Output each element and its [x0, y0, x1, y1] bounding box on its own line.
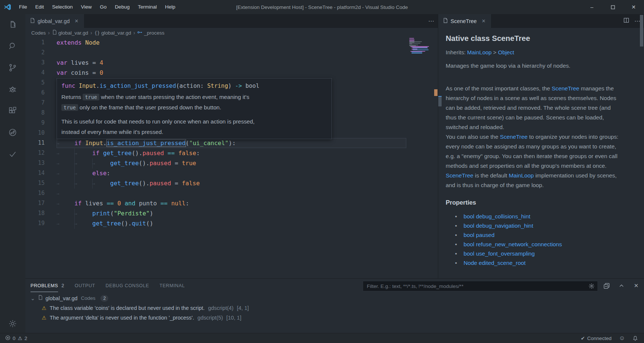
tab-scenetree[interactable]: SceneTree ✕	[438, 14, 491, 28]
line-number[interactable]: 5	[25, 78, 51, 88]
doc-link-mainloop[interactable]: MainLoop	[509, 172, 534, 179]
code-line-4[interactable]: var coins = 0	[57, 68, 406, 78]
code-line-2[interactable]	[57, 48, 406, 58]
source-control-icon[interactable]	[0, 58, 25, 77]
file-icon	[443, 18, 448, 25]
doc-link-mainloop[interactable]: MainLoop	[467, 49, 492, 55]
more-actions-icon[interactable]: ⋯	[428, 17, 434, 25]
problems-file-group[interactable]: ⌄global_var.gdCodes2	[25, 294, 644, 303]
problem-row[interactable]: ⚠The class variable 'coins' is declared …	[25, 303, 644, 313]
symbol-method-icon	[137, 30, 142, 36]
property-link[interactable]: bool debug_collisions_hint	[464, 213, 530, 219]
line-number[interactable]: 12	[25, 148, 51, 158]
menu-item-selection[interactable]: Selection	[48, 0, 77, 14]
testing-icon[interactable]	[0, 144, 25, 164]
problem-row[interactable]: ⚠The argument 'delta' is never used in t…	[25, 313, 644, 323]
more-actions-icon[interactable]: ⋯	[634, 17, 640, 25]
panel-tab-debug-console[interactable]: DEBUG CONSOLE	[106, 279, 149, 293]
smiley-icon[interactable]: ☺	[619, 335, 625, 342]
property-link[interactable]: bool refuse_new_network_connections	[464, 241, 562, 247]
code-line-14[interactable]: →→else:	[57, 168, 406, 178]
line-number[interactable]: 6	[25, 88, 51, 98]
tab-global-var-gd[interactable]: global_var.gd ✕	[25, 14, 84, 28]
breadcrumb-item[interactable]: _process	[137, 30, 164, 36]
line-number[interactable]: 2	[25, 48, 51, 58]
line-number[interactable]: 4	[25, 68, 51, 78]
line-number[interactable]: 14	[25, 168, 51, 178]
minimap[interactable]	[409, 38, 429, 71]
search-icon[interactable]	[0, 36, 25, 56]
breadcrumb-item[interactable]: global_var.gd	[52, 30, 88, 36]
line-number[interactable]: 3	[25, 58, 51, 68]
panel-tab-problems[interactable]: PROBLEMS2	[31, 279, 64, 293]
breadcrumb-item[interactable]: {}global_var.gd	[94, 30, 131, 36]
explorer-icon[interactable]	[0, 15, 25, 34]
line-number[interactable]: 19	[25, 218, 51, 228]
line-number[interactable]: 10	[25, 128, 51, 138]
code-line-13[interactable]: →→→get_tree().paused = true	[57, 158, 406, 168]
line-number[interactable]: 13	[25, 158, 51, 168]
property-link[interactable]: bool paused	[464, 232, 494, 238]
code-line-16[interactable]: →	[57, 188, 406, 198]
tooltip-body: Returns true when the user starts pressi…	[61, 92, 327, 137]
line-number[interactable]: 7	[25, 98, 51, 108]
minimize-button[interactable]: –	[581, 0, 602, 14]
maximize-button[interactable]	[602, 0, 623, 14]
doc-link-object[interactable]: Object	[498, 49, 514, 55]
panel-tab-output[interactable]: OUTPUT	[75, 279, 95, 293]
tab-label: SceneTree	[451, 18, 477, 24]
doc-link-scenetree[interactable]: SceneTree	[500, 134, 528, 140]
property-link[interactable]: bool use_font_oversampling	[464, 250, 535, 257]
menu-item-edit[interactable]: Edit	[31, 0, 48, 14]
line-number[interactable]: 17	[25, 198, 51, 208]
code-line-15[interactable]: →→→get_tree().paused = false	[57, 178, 406, 188]
close-panel-icon[interactable]: ✕	[632, 282, 641, 289]
line-number[interactable]: 16	[25, 188, 51, 198]
chevron-down-icon[interactable]: ⌄	[31, 295, 35, 301]
line-number[interactable]: 11	[25, 138, 51, 148]
menu-item-debug[interactable]: Debug	[111, 0, 134, 14]
tab-whitespace: →	[74, 169, 92, 179]
code-line-12[interactable]: →→if get_tree().paused == false:	[57, 148, 406, 158]
doc-link-scenetree[interactable]: SceneTree	[552, 85, 579, 92]
code-line-18[interactable]: →→print("Perdiste")	[57, 208, 406, 218]
menu-item-view[interactable]: View	[77, 0, 96, 14]
code-line-17[interactable]: →if lives == 0 and punto == null:	[57, 198, 406, 208]
filter-gear-icon[interactable]	[589, 283, 597, 289]
line-number[interactable]: 9	[25, 118, 51, 128]
sash-indicator[interactable]	[438, 96, 442, 106]
godot-tools-icon[interactable]	[0, 123, 25, 142]
menu-item-help[interactable]: Help	[161, 0, 179, 14]
breadcrumb-item[interactable]: Codes	[31, 30, 46, 36]
docs-scrollbar[interactable]	[640, 15, 643, 47]
line-number[interactable]: 1	[25, 38, 51, 48]
extensions-icon[interactable]	[0, 101, 25, 121]
menu-item-terminal[interactable]: Terminal	[134, 0, 161, 14]
collapse-all-icon[interactable]	[602, 283, 611, 289]
code-line-1[interactable]: extends Node	[57, 38, 406, 48]
line-number[interactable]: 15	[25, 178, 51, 188]
doc-link-scenetree[interactable]: SceneTree	[446, 172, 473, 179]
line-number[interactable]: 18	[25, 208, 51, 218]
property-link[interactable]: bool debug_navigation_hint	[464, 222, 533, 229]
panel-tab-terminal[interactable]: TERMINAL	[160, 279, 185, 293]
problems-status[interactable]: 0 ⚠ 2	[5, 335, 27, 342]
line-number[interactable]: 8	[25, 108, 51, 118]
menu-item-file[interactable]: File	[15, 0, 31, 14]
close-tab-icon[interactable]: ✕	[480, 17, 487, 25]
filter-input[interactable]	[363, 283, 589, 289]
menu-item-go[interactable]: Go	[96, 0, 111, 14]
close-window-button[interactable]: ✕	[623, 0, 644, 14]
split-editor-icon[interactable]	[624, 17, 629, 25]
bell-icon[interactable]	[632, 336, 638, 341]
docs-inherits: Inherits: MainLoop > Object	[446, 49, 622, 55]
chevron-up-icon[interactable]	[617, 283, 626, 289]
run-debug-icon[interactable]	[0, 80, 25, 99]
close-tab-icon[interactable]: ✕	[73, 17, 80, 25]
code-line-3[interactable]: var lives = 4	[57, 58, 406, 68]
code-line-19[interactable]: →→get_tree().quit()	[57, 218, 406, 228]
code-line-11[interactable]: →if Input.is_action_just_pressed("ui_can…	[57, 138, 406, 148]
connection-status[interactable]: ✔ Connected	[581, 335, 612, 341]
property-link[interactable]: Node edited_scene_root	[464, 260, 526, 266]
settings-gear-icon[interactable]	[0, 314, 25, 333]
